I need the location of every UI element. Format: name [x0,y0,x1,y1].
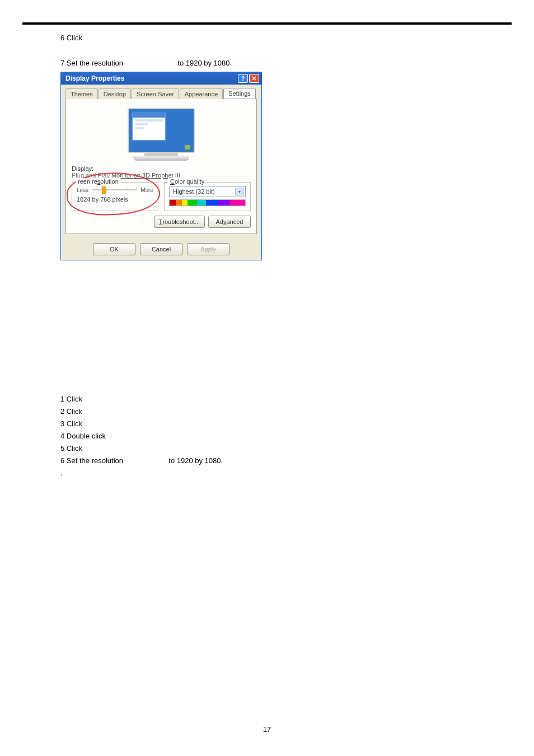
resolution-slider-row: Less More [77,186,153,194]
tab-screensaver[interactable]: Screen Saver [132,88,179,99]
monitor-preview [128,108,195,161]
lower-step-3: 3 Click [60,419,474,428]
advanced-button[interactable]: Advanced [208,216,251,228]
help-button[interactable]: ? [238,74,248,83]
lower-step-6-post: to 1920 by 1080 [168,456,221,465]
page-number: 17 [0,725,534,734]
lower-step-5: 5 Click [60,444,474,452]
color-spectrum-bar [169,199,246,206]
color-quality-value: Highest (32 bit) [173,188,215,195]
step-7: 7 Set the resolution to 1920 by 1080. [60,59,474,67]
slider-less-label: Less [77,187,88,193]
lower-step-6-pre: 6 Set the resolution [60,456,123,465]
apply-button[interactable]: Apply [187,243,229,255]
tab-themes[interactable]: Themes [65,88,98,99]
color-quality-group: Color quality Highest (32 bit) ▾ [164,182,251,211]
lower-step-2: 2 Click [60,407,474,416]
step-7-pre: 7 Set the resolution [60,59,123,67]
color-quality-select[interactable]: Highest (32 bit) ▾ [169,186,246,197]
dialog-title: Display Properties [63,74,237,82]
step-7-post: to 1920 by 1080. [177,59,232,67]
dialog-titlebar[interactable]: Display Properties ? [61,72,261,85]
tab-desktop[interactable]: Desktop [99,88,131,99]
tab-settings[interactable]: Settings [223,88,256,99]
lower-step-4: 4 Double click [60,432,474,440]
screen-resolution-legend: reen resolution [76,178,121,185]
close-button[interactable] [249,74,259,83]
color-quality-legend: Color quality [168,178,207,185]
screen-resolution-group: reen resolution Less More 1024 by 768 pi… [72,182,158,211]
display-label-caption: Display: [72,165,93,172]
lower-steps: 1 Click 2 Click 3 Click 4 Double click 5… [60,395,474,477]
lower-step-6: 6 Set the resolution to 1920 by 1080. [60,456,474,465]
resolution-slider[interactable] [92,186,137,194]
tabs: Themes Desktop Screen Saver Appearance S… [65,88,257,99]
display-label: Display: Plug and Play Monitor on 3D Pro… [72,165,251,179]
dialog-footer: OK Cancel Apply [61,239,261,260]
troubleshoot-button[interactable]: Troubleshoot... [154,216,205,228]
chevron-down-icon: ▾ [235,188,244,195]
cancel-button[interactable]: Cancel [140,243,182,255]
lower-trailing-dot: . [60,469,474,477]
ok-button[interactable]: OK [93,243,135,255]
display-properties-dialog: Display Properties ? Themes Desktop Scre… [60,72,262,260]
step-6: 6 Click [60,34,474,42]
resolution-value: 1024 by 768 pixels [77,196,153,203]
tab-appearance[interactable]: Appearance [180,88,223,99]
slider-thumb[interactable] [102,186,106,194]
settings-panel: Display: Plug and Play Monitor on 3D Pro… [65,99,257,234]
slider-more-label: More [140,187,153,193]
lower-step-1: 1 Click [60,395,474,403]
